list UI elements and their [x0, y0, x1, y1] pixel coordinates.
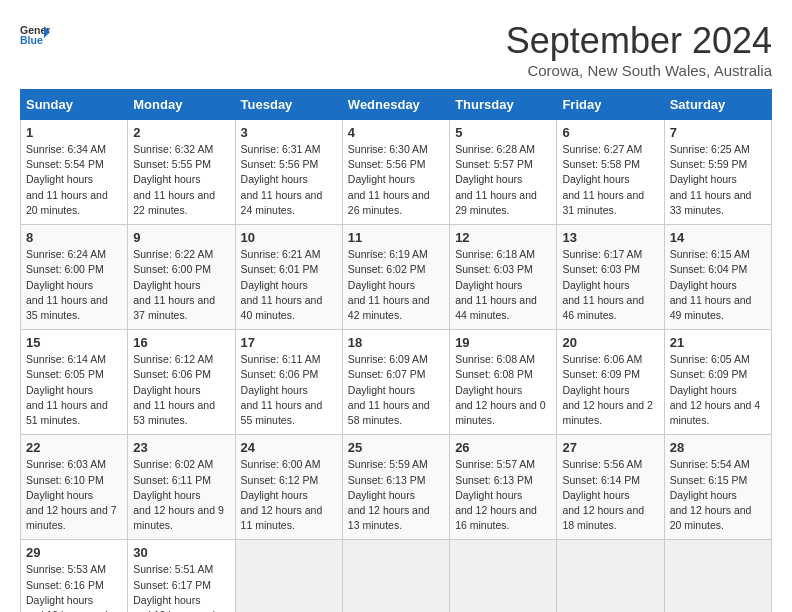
day-number: 29	[26, 545, 122, 560]
svg-text:Blue: Blue	[20, 34, 43, 46]
day-info: Sunrise: 6:21 AM Sunset: 6:01 PM Dayligh…	[241, 247, 337, 323]
table-row: 2 Sunrise: 6:32 AM Sunset: 5:55 PM Dayli…	[128, 120, 235, 225]
table-row: 11 Sunrise: 6:19 AM Sunset: 6:02 PM Dayl…	[342, 225, 449, 330]
day-info: Sunrise: 6:17 AM Sunset: 6:03 PM Dayligh…	[562, 247, 658, 323]
table-row: 20 Sunrise: 6:06 AM Sunset: 6:09 PM Dayl…	[557, 330, 664, 435]
col-saturday: Saturday	[664, 90, 771, 120]
day-number: 25	[348, 440, 444, 455]
day-info: Sunrise: 6:27 AM Sunset: 5:58 PM Dayligh…	[562, 142, 658, 218]
day-info: Sunrise: 6:12 AM Sunset: 6:06 PM Dayligh…	[133, 352, 229, 428]
day-info: Sunrise: 6:09 AM Sunset: 6:07 PM Dayligh…	[348, 352, 444, 428]
calendar-week-row: 15 Sunrise: 6:14 AM Sunset: 6:05 PM Dayl…	[21, 330, 772, 435]
table-row	[342, 540, 449, 612]
day-number: 28	[670, 440, 766, 455]
calendar-table: Sunday Monday Tuesday Wednesday Thursday…	[20, 89, 772, 612]
day-number: 6	[562, 125, 658, 140]
day-number: 22	[26, 440, 122, 455]
day-info: Sunrise: 6:08 AM Sunset: 6:08 PM Dayligh…	[455, 352, 551, 428]
table-row: 3 Sunrise: 6:31 AM Sunset: 5:56 PM Dayli…	[235, 120, 342, 225]
table-row: 25 Sunrise: 5:59 AM Sunset: 6:13 PM Dayl…	[342, 435, 449, 540]
table-row: 27 Sunrise: 5:56 AM Sunset: 6:14 PM Dayl…	[557, 435, 664, 540]
day-info: Sunrise: 5:59 AM Sunset: 6:13 PM Dayligh…	[348, 457, 444, 533]
day-info: Sunrise: 6:30 AM Sunset: 5:56 PM Dayligh…	[348, 142, 444, 218]
calendar-week-row: 8 Sunrise: 6:24 AM Sunset: 6:00 PM Dayli…	[21, 225, 772, 330]
day-info: Sunrise: 6:25 AM Sunset: 5:59 PM Dayligh…	[670, 142, 766, 218]
day-number: 20	[562, 335, 658, 350]
table-row: 12 Sunrise: 6:18 AM Sunset: 6:03 PM Dayl…	[450, 225, 557, 330]
day-info: Sunrise: 5:51 AM Sunset: 6:17 PM Dayligh…	[133, 562, 229, 612]
calendar-header-row: Sunday Monday Tuesday Wednesday Thursday…	[21, 90, 772, 120]
day-info: Sunrise: 6:24 AM Sunset: 6:00 PM Dayligh…	[26, 247, 122, 323]
table-row: 28 Sunrise: 5:54 AM Sunset: 6:15 PM Dayl…	[664, 435, 771, 540]
day-info: Sunrise: 6:14 AM Sunset: 6:05 PM Dayligh…	[26, 352, 122, 428]
day-number: 8	[26, 230, 122, 245]
table-row: 10 Sunrise: 6:21 AM Sunset: 6:01 PM Dayl…	[235, 225, 342, 330]
day-number: 12	[455, 230, 551, 245]
day-info: Sunrise: 6:02 AM Sunset: 6:11 PM Dayligh…	[133, 457, 229, 533]
day-info: Sunrise: 6:19 AM Sunset: 6:02 PM Dayligh…	[348, 247, 444, 323]
col-wednesday: Wednesday	[342, 90, 449, 120]
title-block: September 2024 Corowa, New South Wales, …	[506, 20, 772, 79]
table-row: 14 Sunrise: 6:15 AM Sunset: 6:04 PM Dayl…	[664, 225, 771, 330]
day-number: 17	[241, 335, 337, 350]
table-row: 16 Sunrise: 6:12 AM Sunset: 6:06 PM Dayl…	[128, 330, 235, 435]
day-info: Sunrise: 6:31 AM Sunset: 5:56 PM Dayligh…	[241, 142, 337, 218]
day-number: 1	[26, 125, 122, 140]
day-number: 2	[133, 125, 229, 140]
day-info: Sunrise: 6:22 AM Sunset: 6:00 PM Dayligh…	[133, 247, 229, 323]
table-row: 24 Sunrise: 6:00 AM Sunset: 6:12 PM Dayl…	[235, 435, 342, 540]
col-friday: Friday	[557, 90, 664, 120]
day-number: 18	[348, 335, 444, 350]
day-number: 23	[133, 440, 229, 455]
day-info: Sunrise: 6:32 AM Sunset: 5:55 PM Dayligh…	[133, 142, 229, 218]
day-number: 19	[455, 335, 551, 350]
day-info: Sunrise: 6:03 AM Sunset: 6:10 PM Dayligh…	[26, 457, 122, 533]
col-monday: Monday	[128, 90, 235, 120]
month-title: September 2024	[506, 20, 772, 62]
day-info: Sunrise: 6:28 AM Sunset: 5:57 PM Dayligh…	[455, 142, 551, 218]
day-number: 24	[241, 440, 337, 455]
table-row: 15 Sunrise: 6:14 AM Sunset: 6:05 PM Dayl…	[21, 330, 128, 435]
page-header: General Blue September 2024 Corowa, New …	[20, 20, 772, 79]
col-sunday: Sunday	[21, 90, 128, 120]
day-number: 26	[455, 440, 551, 455]
table-row: 26 Sunrise: 5:57 AM Sunset: 6:13 PM Dayl…	[450, 435, 557, 540]
table-row: 23 Sunrise: 6:02 AM Sunset: 6:11 PM Dayl…	[128, 435, 235, 540]
table-row: 1 Sunrise: 6:34 AM Sunset: 5:54 PM Dayli…	[21, 120, 128, 225]
day-info: Sunrise: 6:34 AM Sunset: 5:54 PM Dayligh…	[26, 142, 122, 218]
day-number: 11	[348, 230, 444, 245]
day-info: Sunrise: 6:05 AM Sunset: 6:09 PM Dayligh…	[670, 352, 766, 428]
table-row: 5 Sunrise: 6:28 AM Sunset: 5:57 PM Dayli…	[450, 120, 557, 225]
table-row: 29 Sunrise: 5:53 AM Sunset: 6:16 PM Dayl…	[21, 540, 128, 612]
day-number: 10	[241, 230, 337, 245]
table-row: 17 Sunrise: 6:11 AM Sunset: 6:06 PM Dayl…	[235, 330, 342, 435]
table-row: 6 Sunrise: 6:27 AM Sunset: 5:58 PM Dayli…	[557, 120, 664, 225]
day-info: Sunrise: 5:56 AM Sunset: 6:14 PM Dayligh…	[562, 457, 658, 533]
table-row: 18 Sunrise: 6:09 AM Sunset: 6:07 PM Dayl…	[342, 330, 449, 435]
table-row	[450, 540, 557, 612]
table-row: 30 Sunrise: 5:51 AM Sunset: 6:17 PM Dayl…	[128, 540, 235, 612]
table-row: 9 Sunrise: 6:22 AM Sunset: 6:00 PM Dayli…	[128, 225, 235, 330]
table-row: 13 Sunrise: 6:17 AM Sunset: 6:03 PM Dayl…	[557, 225, 664, 330]
day-number: 14	[670, 230, 766, 245]
table-row	[235, 540, 342, 612]
day-info: Sunrise: 5:57 AM Sunset: 6:13 PM Dayligh…	[455, 457, 551, 533]
table-row: 19 Sunrise: 6:08 AM Sunset: 6:08 PM Dayl…	[450, 330, 557, 435]
day-number: 15	[26, 335, 122, 350]
day-number: 5	[455, 125, 551, 140]
table-row: 7 Sunrise: 6:25 AM Sunset: 5:59 PM Dayli…	[664, 120, 771, 225]
logo: General Blue	[20, 20, 50, 50]
day-info: Sunrise: 6:15 AM Sunset: 6:04 PM Dayligh…	[670, 247, 766, 323]
day-info: Sunrise: 5:53 AM Sunset: 6:16 PM Dayligh…	[26, 562, 122, 612]
day-number: 27	[562, 440, 658, 455]
col-thursday: Thursday	[450, 90, 557, 120]
day-info: Sunrise: 6:18 AM Sunset: 6:03 PM Dayligh…	[455, 247, 551, 323]
calendar-week-row: 1 Sunrise: 6:34 AM Sunset: 5:54 PM Dayli…	[21, 120, 772, 225]
table-row: 4 Sunrise: 6:30 AM Sunset: 5:56 PM Dayli…	[342, 120, 449, 225]
day-number: 3	[241, 125, 337, 140]
table-row: 22 Sunrise: 6:03 AM Sunset: 6:10 PM Dayl…	[21, 435, 128, 540]
table-row: 21 Sunrise: 6:05 AM Sunset: 6:09 PM Dayl…	[664, 330, 771, 435]
day-number: 21	[670, 335, 766, 350]
day-number: 13	[562, 230, 658, 245]
calendar-week-row: 22 Sunrise: 6:03 AM Sunset: 6:10 PM Dayl…	[21, 435, 772, 540]
